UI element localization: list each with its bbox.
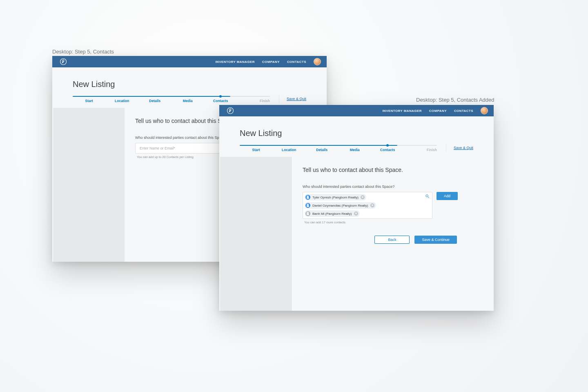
contact-avatar-icon bbox=[305, 211, 310, 216]
contact-avatar-icon bbox=[305, 195, 310, 200]
step-finish[interactable]: Finish bbox=[260, 99, 270, 103]
contact-chip-label: Banh Mi (Pangborn Realty) bbox=[312, 212, 352, 216]
remove-contact-icon[interactable] bbox=[370, 203, 374, 207]
search-icon bbox=[425, 194, 430, 199]
top-nav: INVENTORY MANAGER COMPANY CONTACTS bbox=[219, 105, 494, 116]
save-and-quit-link[interactable]: Save & Quit bbox=[279, 95, 306, 103]
contact-chip: Banh Mi (Pangborn Realty) bbox=[305, 210, 360, 217]
listing-preview-panel bbox=[220, 157, 292, 311]
top-nav: INVENTORY MANAGER COMPANY CONTACTS bbox=[52, 56, 327, 67]
form-heading: Tell us who to contact about this Space. bbox=[303, 167, 473, 173]
logo-icon bbox=[60, 58, 67, 65]
listing-preview-panel bbox=[53, 108, 125, 262]
contact-chip-label: Daniel Ozymandias (Pangborn Realty) bbox=[312, 204, 368, 207]
progress-stepper: Start Location Details Media Contacts Fi… bbox=[240, 144, 437, 154]
add-contact-button[interactable]: Add bbox=[437, 192, 458, 200]
step-start[interactable]: Start bbox=[252, 148, 260, 152]
nav-company[interactable]: COMPANY bbox=[262, 60, 280, 64]
page-title: New Listing bbox=[73, 80, 306, 89]
caption-left: Desktop: Step 5, Contacts bbox=[52, 49, 114, 55]
step-location[interactable]: Location bbox=[115, 99, 129, 103]
step-location[interactable]: Location bbox=[282, 148, 296, 152]
back-button[interactable]: Back bbox=[374, 236, 410, 244]
step-media[interactable]: Media bbox=[183, 99, 193, 103]
user-avatar[interactable] bbox=[314, 58, 321, 65]
step-contacts[interactable]: Contacts bbox=[213, 99, 228, 103]
save-and-quit-link[interactable]: Save & Quit bbox=[446, 144, 473, 152]
nav-contacts[interactable]: CONTACTS bbox=[287, 60, 306, 64]
logo-icon bbox=[227, 107, 234, 114]
caption-right: Desktop: Step 5, Contacts Added bbox=[416, 97, 494, 103]
step-details[interactable]: Details bbox=[149, 99, 160, 103]
brand-logo[interactable] bbox=[60, 58, 67, 65]
svg-point-0 bbox=[60, 59, 67, 65]
contact-limit-hint: You can add 17 more contacts bbox=[304, 220, 473, 224]
nav-inventory-manager[interactable]: INVENTORY MANAGER bbox=[382, 109, 421, 113]
contact-input-placeholder: Enter Name or Email* bbox=[140, 146, 175, 150]
step-details[interactable]: Details bbox=[316, 148, 327, 152]
mockup-contacts-added: INVENTORY MANAGER COMPANY CONTACTS New L… bbox=[219, 105, 494, 311]
nav-company[interactable]: COMPANY bbox=[429, 109, 447, 113]
step-start[interactable]: Start bbox=[85, 99, 93, 103]
page-title: New Listing bbox=[240, 129, 473, 138]
brand-logo[interactable] bbox=[227, 107, 234, 114]
remove-contact-icon[interactable] bbox=[361, 195, 365, 199]
progress-stepper: Start Location Details Media Contacts Fi… bbox=[73, 95, 270, 105]
user-avatar[interactable] bbox=[481, 107, 488, 114]
nav-inventory-manager[interactable]: INVENTORY MANAGER bbox=[215, 60, 254, 64]
svg-point-2 bbox=[426, 195, 428, 197]
step-contacts[interactable]: Contacts bbox=[380, 148, 395, 152]
contact-chip: Daniel Ozymandias (Pangborn Realty) bbox=[305, 202, 376, 209]
contact-avatar-icon bbox=[305, 203, 310, 208]
step-media[interactable]: Media bbox=[350, 148, 360, 152]
save-continue-button[interactable]: Save & Continue bbox=[414, 236, 457, 244]
contact-input[interactable]: Tyler Opresh (Pangborn Realty) Daniel Oz… bbox=[303, 192, 432, 219]
svg-line-3 bbox=[428, 197, 429, 198]
step-finish[interactable]: Finish bbox=[427, 148, 437, 152]
form-question: Who should interested parties contact ab… bbox=[303, 185, 473, 189]
contact-chip: Tyler Opresh (Pangborn Realty) bbox=[305, 194, 366, 200]
contact-chip-label: Tyler Opresh (Pangborn Realty) bbox=[312, 196, 359, 199]
nav-contacts[interactable]: CONTACTS bbox=[454, 109, 473, 113]
svg-point-1 bbox=[227, 108, 234, 114]
remove-contact-icon[interactable] bbox=[354, 212, 358, 216]
